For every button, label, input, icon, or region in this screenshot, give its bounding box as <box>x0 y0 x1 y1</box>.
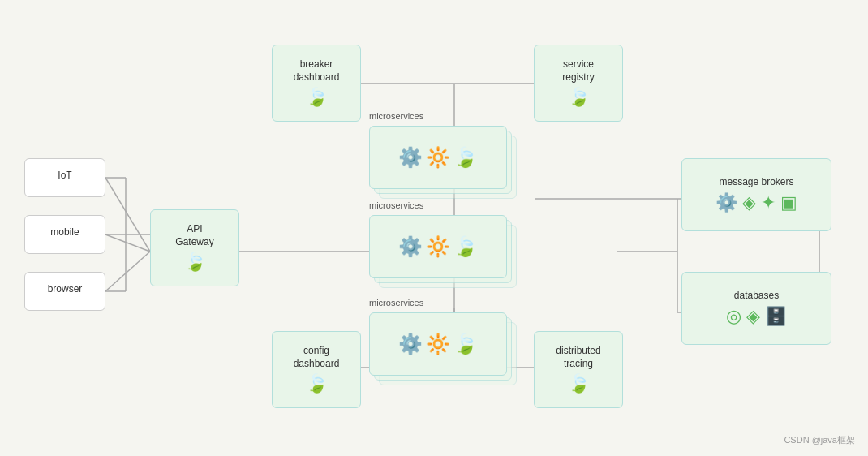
svg-line-1 <box>105 234 150 252</box>
ms1-gear-icon: ⚙️ <box>398 146 423 169</box>
databases-node: databases ◎ ◈ 🗄️ <box>681 272 831 345</box>
ms3-gear-icon: ⚙️ <box>398 333 423 355</box>
svg-line-0 <box>105 178 150 252</box>
ms3-power-icon: 🔆 <box>426 333 450 355</box>
config-dashboard-label: configdashboard <box>294 345 340 370</box>
ms1-leaf-icon: 🍃 <box>453 146 478 169</box>
microservices-stack-2: microservices ⚙️ 🔆 🍃 <box>369 215 519 296</box>
ms2-leaf-icon: 🍃 <box>453 235 478 258</box>
broker-diamond-icon: ◈ <box>742 192 756 213</box>
mobile-node: mobile <box>24 215 105 254</box>
distributed-tracing-node: distributedtracing 🍃 <box>534 331 623 408</box>
databases-icons: ◎ ◈ 🗄️ <box>726 306 787 327</box>
broker-queue-icon: ▣ <box>780 192 797 213</box>
config-dashboard-icon: 🍃 <box>306 373 328 394</box>
ms1-power-icon: 🔆 <box>426 146 450 169</box>
databases-label: databases <box>734 290 779 303</box>
ms2-icons: ⚙️ 🔆 🍃 <box>398 235 478 258</box>
ms2-gear-icon: ⚙️ <box>398 235 423 258</box>
ms3-label: microservices <box>369 298 423 308</box>
ms3-icons: ⚙️ 🔆 🍃 <box>398 333 478 355</box>
db-cylinder-icon: 🗄️ <box>765 306 787 327</box>
message-brokers-label: message brokers <box>719 176 793 189</box>
api-gateway-label: APIGateway <box>175 223 213 248</box>
watermark: CSDN @java框架 <box>784 434 855 446</box>
ms2-label: microservices <box>369 200 423 210</box>
db-ring-icon: ◎ <box>726 306 741 327</box>
svg-line-2 <box>105 252 150 291</box>
message-brokers-node: message brokers ⚙️ ◈ ✦ ▣ <box>681 158 831 231</box>
mobile-label: mobile <box>50 226 79 239</box>
service-registry-node: serviceregistry 🍃 <box>534 45 623 122</box>
microservices-stack-1: microservices ⚙️ 🔆 🍃 <box>369 126 519 207</box>
ms2-power-icon: 🔆 <box>426 235 450 258</box>
config-dashboard-node: configdashboard 🍃 <box>272 331 361 408</box>
iot-node: IoT <box>24 158 105 197</box>
service-registry-label: serviceregistry <box>562 58 594 84</box>
browser-label: browser <box>48 283 83 296</box>
broker-gear-icon: ⚙️ <box>715 192 737 213</box>
service-registry-icon: 🍃 <box>568 87 590 108</box>
microservices-stack-3: microservices ⚙️ 🔆 🍃 <box>369 312 519 394</box>
distributed-tracing-icon: 🍃 <box>568 373 590 394</box>
ms3-leaf-icon: 🍃 <box>453 333 478 355</box>
iot-label: IoT <box>58 170 71 183</box>
api-gateway-node: APIGateway 🍃 <box>150 209 239 286</box>
broker-network-icon: ✦ <box>761 192 776 213</box>
ms1-label: microservices <box>369 111 423 121</box>
breaker-dashboard-node: breakerdashboard 🍃 <box>272 45 361 122</box>
diagram: IoT mobile browser APIGateway 🍃 breakerd… <box>0 0 868 456</box>
browser-node: browser <box>24 272 105 311</box>
ms1-icons: ⚙️ 🔆 🍃 <box>398 146 478 169</box>
message-brokers-icons: ⚙️ ◈ ✦ ▣ <box>715 192 797 213</box>
db-diamond2-icon: ◈ <box>746 306 760 327</box>
breaker-dashboard-label: breakerdashboard <box>294 58 340 84</box>
distributed-tracing-label: distributedtracing <box>556 345 600 370</box>
breaker-dashboard-icon: 🍃 <box>306 87 328 108</box>
api-gateway-icon: 🍃 <box>184 252 206 273</box>
